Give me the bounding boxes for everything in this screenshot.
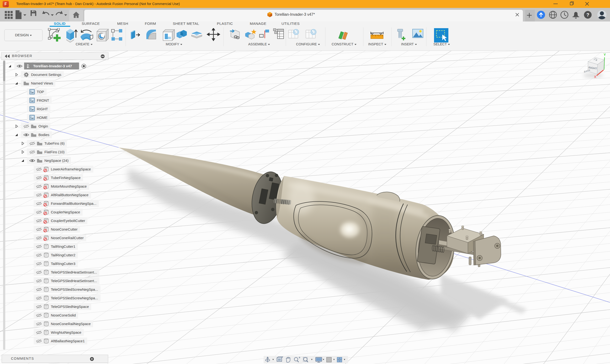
svg-text:?: ?: [586, 12, 589, 17]
svg-text:Y: Y: [604, 53, 606, 57]
svg-text:X: X: [594, 75, 597, 79]
